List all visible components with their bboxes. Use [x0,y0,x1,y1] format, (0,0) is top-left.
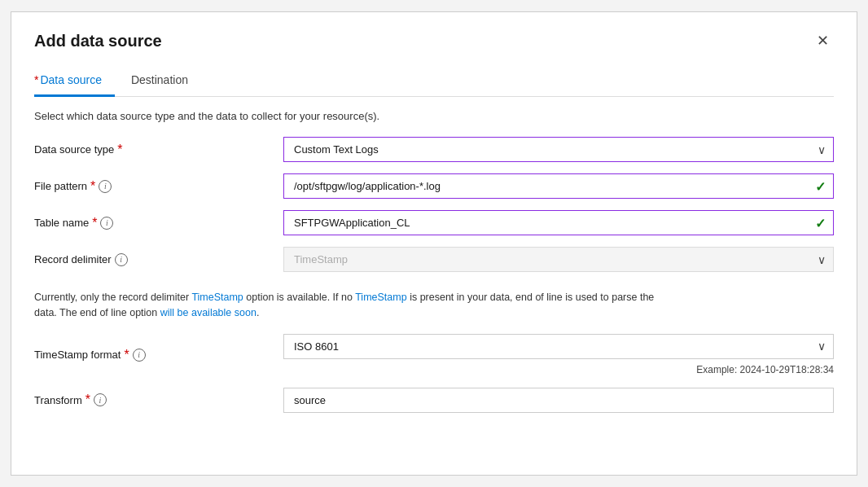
form-section: Data source type * Custom Text Logs ∨ Fi… [34,137,834,413]
file-pattern-required: * [90,179,95,194]
tab-destination[interactable]: Destination [131,67,201,97]
transform-row: Transform * i [34,388,834,413]
transform-label-col: Transform * i [34,393,270,407]
data-source-type-control: Custom Text Logs ∨ [283,137,834,162]
transform-input-wrapper [283,388,834,413]
table-name-label-col: Table name * i [34,216,270,230]
tab-destination-label: Destination [131,73,188,86]
tab-data-source-label: Data source [40,73,101,86]
data-source-type-row: Data source type * Custom Text Logs ∨ [34,137,834,162]
tab-data-source[interactable]: *Data source [34,67,115,97]
transform-info-icon[interactable]: i [94,393,107,406]
record-delimiter-row: Record delimiter i TimeStamp ∨ [34,247,834,272]
timestamp-format-label: TimeStamp format [34,349,121,361]
timestamp-format-control: ISO 8601 ∨ Example: 2024-10-29T18:28:34 [283,334,834,376]
file-pattern-info-icon[interactable]: i [99,180,112,193]
file-pattern-control: ✓ [283,173,834,199]
transform-control [283,388,834,413]
notice-text-after: . [256,307,259,318]
data-source-type-label: Data source type [34,143,114,156]
record-delimiter-select-wrapper: TimeStamp ∨ [283,247,834,272]
file-pattern-input[interactable] [283,173,834,199]
record-delimiter-label: Record delimiter [34,253,112,265]
data-source-type-required: * [117,143,122,157]
table-name-info-icon[interactable]: i [100,217,113,230]
add-data-source-dialog: Add data source ✕ *Data source Destinati… [11,11,857,476]
notice-highlight-timestamp2: TimeStamp [355,292,406,303]
file-pattern-label-col: File pattern * i [34,179,270,194]
table-name-check-icon: ✓ [815,215,826,230]
transform-required: * [85,393,90,407]
record-delimiter-label-col: Record delimiter i [34,253,270,266]
close-button[interactable]: ✕ [812,32,834,50]
transform-input[interactable] [283,388,834,413]
table-name-control: ✓ [283,210,834,235]
notice-text-middle: option is available. If no [243,292,355,303]
tabs: *Data source Destination [34,67,834,97]
data-source-type-select-wrapper: Custom Text Logs ∨ [283,137,834,162]
table-name-row: Table name * i ✓ [34,210,834,235]
table-name-input-wrapper: ✓ [283,210,834,235]
data-source-type-select[interactable]: Custom Text Logs [283,137,834,162]
file-pattern-row: File pattern * i ✓ [34,173,834,199]
file-pattern-check-icon: ✓ [815,178,826,194]
timestamp-format-row: TimeStamp format * i ISO 8601 ∨ Example:… [34,334,834,376]
timestamp-format-label-col: TimeStamp format * i [34,348,270,362]
table-name-input[interactable] [283,210,834,235]
notice-box: Currently, only the record delimiter Tim… [34,283,834,322]
data-source-type-label-col: Data source type * [34,143,270,157]
table-name-label: Table name [34,217,89,229]
timestamp-format-example: Example: 2024-10-29T18:28:34 [696,364,834,375]
table-name-required: * [92,216,97,230]
record-delimiter-select: TimeStamp [283,247,834,272]
timestamp-format-select-wrapper: ISO 8601 ∨ [283,334,834,359]
notice-highlight-soon: will be available soon [160,307,256,318]
record-delimiter-info-icon[interactable]: i [115,253,128,266]
notice-text: Currently, only the record delimiter Tim… [34,290,834,321]
dialog-header: Add data source ✕ [34,32,834,50]
dialog-title: Add data source [34,32,162,50]
timestamp-format-required: * [124,348,129,362]
tab-data-source-star: * [34,73,38,86]
timestamp-format-info-icon[interactable]: i [133,349,146,362]
form-description: Select which data source type and the da… [34,110,834,122]
timestamp-format-select[interactable]: ISO 8601 [283,334,834,359]
file-pattern-input-wrapper: ✓ [283,173,834,199]
transform-label: Transform [34,394,82,406]
notice-text-before: Currently, only the record delimiter [34,292,191,303]
notice-highlight-timestamp1: TimeStamp [191,292,243,303]
record-delimiter-control: TimeStamp ∨ [283,247,834,272]
file-pattern-label: File pattern [34,180,87,192]
